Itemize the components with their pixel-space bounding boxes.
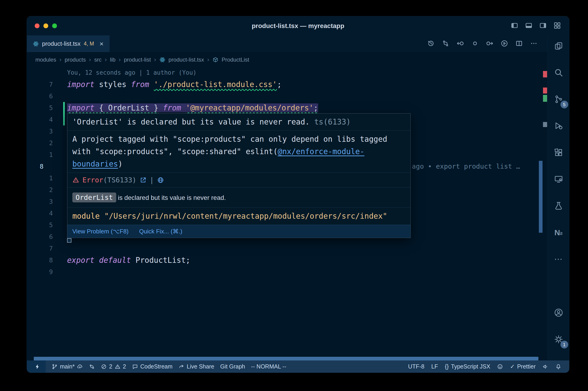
feedback-icon [543, 364, 549, 370]
testing-flask-icon[interactable] [550, 197, 567, 214]
line-number[interactable]: 3 [27, 196, 53, 207]
line-number[interactable]: 6 [27, 231, 53, 243]
breadcrumb-item-lib[interactable]: lib [110, 57, 116, 63]
blame-line[interactable]: You, 12 seconds ago | 1 author (You) [27, 67, 548, 79]
errors-count: 2 [109, 363, 112, 370]
git-compare-icon[interactable] [442, 40, 449, 48]
run-file-icon[interactable] [501, 40, 508, 48]
braces-icon: {} [445, 363, 449, 370]
line-number[interactable]: 2 [27, 137, 53, 149]
editor-tab-product-list[interactable]: product-list.tsx 4, M × [27, 35, 110, 52]
view-problem-link[interactable]: View Problem (⌥F8) [72, 228, 129, 235]
language-indicator[interactable]: {}TypeScript JSX [445, 360, 490, 373]
vertical-scrollbar-thumb[interactable] [539, 161, 543, 233]
current-line-number[interactable]: 8 [40, 161, 43, 172]
line-number[interactable]: 1 [27, 149, 53, 161]
live-share-item[interactable]: Live Share [178, 360, 214, 373]
line-number[interactable]: 4 [27, 207, 53, 219]
globe-icon[interactable] [157, 177, 164, 184]
breadcrumb-item-modules[interactable]: modules [35, 57, 56, 63]
customize-layout-icon[interactable] [554, 22, 561, 30]
titlebar[interactable]: product-list.tsx — myreactapp [27, 16, 569, 35]
line-number[interactable]: 7 [27, 79, 53, 90]
selection-highlight: import { OrderList } from '@myreactapp/m… [67, 103, 318, 112]
breadcrumb-separator: › [207, 56, 209, 63]
navigate-back-icon[interactable] [457, 40, 464, 48]
line-number[interactable]: 5 [27, 219, 53, 231]
problems-indicator[interactable]: 2 2 [101, 360, 126, 373]
breadcrumb-separator: › [154, 56, 156, 63]
prettier-indicator[interactable]: ✓Prettier [510, 360, 536, 373]
line-number[interactable]: 3 [27, 125, 53, 137]
codestream-item[interactable]: CodeStream [132, 360, 172, 373]
code-line[interactable]: 8export default ProductList; [27, 254, 548, 266]
breadcrumb-item-symbol[interactable]: ProductList [222, 57, 249, 63]
breadcrumb-item-src[interactable]: src [94, 57, 101, 63]
open-external-icon[interactable] [140, 177, 147, 184]
search-icon[interactable] [550, 64, 567, 81]
settings-gear-icon[interactable]: 1 [550, 331, 567, 348]
sync-status-icon[interactable] [471, 40, 479, 48]
line-number[interactable]: 7 [27, 243, 53, 254]
horizontal-scrollbar[interactable] [34, 357, 538, 360]
encoding-indicator[interactable]: UTF-8 [408, 360, 424, 373]
explorer-icon[interactable] [550, 38, 567, 54]
errors-icon [101, 364, 107, 370]
split-editor-icon[interactable] [515, 40, 523, 48]
line-number[interactable]: 1 [27, 172, 53, 184]
accounts-icon[interactable] [550, 304, 567, 321]
notifications-item[interactable] [555, 360, 561, 373]
breadcrumb-item-product-list[interactable]: product-list [124, 57, 151, 63]
compare-changes-icon [89, 364, 95, 370]
vim-mode-indicator[interactable]: -- NORMAL -- [251, 360, 286, 373]
extensions-icon[interactable] [550, 144, 567, 161]
warning-triangle-icon [72, 177, 79, 184]
code-line[interactable]: 7 [27, 243, 548, 254]
minimize-window-button[interactable] [43, 23, 48, 28]
code-line[interactable]: 5import { OrderList } from '@myreactapp/… [27, 102, 548, 114]
navigate-forward-icon[interactable] [486, 40, 493, 48]
line-number[interactable]: 5 [27, 102, 53, 114]
compare-changes-indicator[interactable] [89, 360, 95, 373]
line-number[interactable]: 8 [27, 254, 53, 266]
code-line[interactable]: 9 [27, 266, 548, 278]
run-debug-icon[interactable] [550, 118, 567, 134]
cloud-upload-icon [77, 364, 83, 370]
line-number[interactable]: 2 [27, 184, 53, 196]
source-control-icon[interactable]: 5 [550, 91, 567, 107]
code-line[interactable]: 7import styles from './product-list.modu… [27, 79, 548, 90]
eol-indicator[interactable]: LF [431, 360, 438, 373]
remote-explorer-icon[interactable] [550, 171, 567, 188]
hover-resize-handle[interactable] [67, 238, 72, 243]
remote-indicator[interactable] [27, 360, 46, 373]
toggle-right-sidebar-icon[interactable] [539, 22, 547, 30]
nx-console-icon[interactable]: N≥ [550, 224, 567, 241]
activity-bar: 5 N≥ ⋯ 1 [548, 35, 569, 360]
git-graph-item[interactable]: Git Graph [220, 360, 245, 373]
quick-fix-link[interactable]: Quick Fix... (⌘.) [139, 228, 182, 235]
close-window-button[interactable] [35, 23, 39, 28]
more-actions-icon[interactable] [530, 40, 537, 48]
code-line[interactable]: 6 [27, 90, 548, 102]
feedback-item[interactable] [543, 360, 549, 373]
additional-views-icon[interactable]: ⋯ [550, 251, 567, 267]
check-icon: ✓ [510, 363, 515, 370]
line-number[interactable]: 4 [27, 114, 53, 125]
code-text: export default ProductList; [67, 254, 190, 266]
timeline-history-icon[interactable] [427, 40, 434, 48]
breadcrumb-item-file[interactable]: product-list.tsx [168, 57, 204, 63]
feedback-smiley[interactable] [497, 360, 503, 373]
toggle-bottom-panel-icon[interactable] [525, 22, 532, 30]
line-number[interactable]: 9 [27, 266, 53, 278]
branch-indicator[interactable]: main* [52, 360, 83, 373]
titlebar-layout-controls [511, 22, 569, 30]
zoom-window-button[interactable] [52, 23, 57, 28]
toggle-left-sidebar-icon[interactable] [511, 22, 518, 30]
code-editor[interactable]: You, 12 seconds ago | 1 author (You) 7im… [27, 67, 548, 357]
line-number[interactable]: 6 [27, 90, 53, 102]
tab-close-icon[interactable]: × [99, 40, 104, 48]
git-change-indicator [63, 114, 65, 125]
codelens-blame[interactable]: You, 12 seconds ago | 1 author (You) [67, 67, 197, 79]
breadcrumb-item-products[interactable]: products [65, 57, 86, 63]
codestream-icon [132, 364, 138, 370]
